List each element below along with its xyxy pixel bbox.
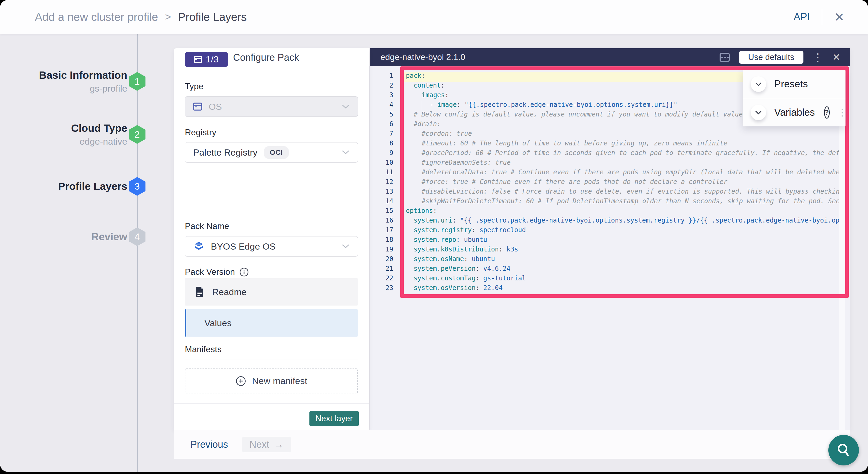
line-number: 10 xyxy=(370,159,393,168)
presets-expand-button[interactable] xyxy=(751,76,766,92)
breadcrumb-parent-link[interactable]: Add a new cluster profile xyxy=(35,11,158,24)
stepper-step-profile-layers[interactable]: Profile Layers3 xyxy=(0,172,161,201)
code-token: #drain: xyxy=(414,120,441,128)
line-number: 18 xyxy=(370,236,393,246)
step-title: Cloud Type xyxy=(71,123,127,134)
indent-space xyxy=(406,149,414,159)
info-icon[interactable] xyxy=(239,267,249,277)
step-title: Review xyxy=(91,231,127,242)
line-number: 7 xyxy=(370,130,393,139)
code-token: v4.6.24 xyxy=(483,265,510,272)
line-number: 2 xyxy=(370,82,393,91)
step-subtitle: gs-profile xyxy=(90,84,127,93)
close-icon[interactable]: ✕ xyxy=(834,11,844,23)
os-icon xyxy=(193,102,202,110)
pack-name-select[interactable]: BYOS Edge OS xyxy=(185,236,358,257)
api-link[interactable]: API xyxy=(794,11,810,23)
indent-guide xyxy=(414,101,422,110)
stepper-step-cloud-type[interactable]: Cloud Typeedge-native2 xyxy=(0,120,161,149)
values-tab[interactable]: Values xyxy=(185,309,358,337)
code-token: #timeout: 60 # The length of time to wai… xyxy=(422,139,727,147)
code-token: system.customTag xyxy=(414,275,475,282)
indent-space xyxy=(406,226,414,236)
split-view-icon[interactable] xyxy=(719,53,730,62)
code-token: #disableEviction: false # Force drain to… xyxy=(422,188,845,195)
manifests-divider xyxy=(185,359,358,359)
code-token: : xyxy=(472,226,479,234)
line-number: 9 xyxy=(370,149,393,159)
code-token: pack xyxy=(406,72,422,80)
editor-kebab-icon[interactable]: ⋮ xyxy=(812,52,823,63)
step-number: 2 xyxy=(134,129,140,140)
code-line: #cordon: true xyxy=(406,130,845,139)
code-token: #skipWaitForDeleteTimeout: 60 # If pod D… xyxy=(422,197,845,205)
code-line: #ignoreDaemonSets: true xyxy=(406,159,845,168)
step-hexagon: 2 xyxy=(129,125,146,144)
code-line: #disableEviction: false # Force drain to… xyxy=(406,188,845,197)
code-token: : xyxy=(456,236,464,244)
code-token: images xyxy=(422,91,445,99)
line-number-gutter: 1234567891011121314151617181920212223 xyxy=(370,72,393,294)
indent-space xyxy=(406,82,414,91)
indent-guide xyxy=(414,159,422,168)
variables-kebab-icon[interactable]: ⋮ xyxy=(838,108,847,117)
use-defaults-button[interactable]: Use defaults xyxy=(739,51,803,64)
step-labels: Review xyxy=(0,222,127,251)
code-token: : xyxy=(433,207,437,215)
code-token: system.osName xyxy=(414,255,464,263)
presets-label: Presets xyxy=(774,78,808,90)
indent-space xyxy=(406,217,414,226)
editor-close-icon[interactable]: ✕ xyxy=(832,52,840,63)
pack-name-value: BYOS Edge OS xyxy=(211,241,276,252)
top-bar: Add a new cluster profile > Profile Laye… xyxy=(0,0,868,34)
readme-tab[interactable]: Readme xyxy=(185,278,358,306)
indent-space xyxy=(406,110,414,120)
code-token: content xyxy=(414,82,441,89)
code-token: : xyxy=(475,275,483,282)
code-line: system.osVersion: 22.04 xyxy=(406,284,845,294)
indent-guide xyxy=(414,139,422,149)
wizard-footer: Previous Next → xyxy=(174,430,850,459)
editor-scrollbar[interactable] xyxy=(839,126,845,430)
code-line: #deleteLocalData: true # Continue even i… xyxy=(406,168,845,178)
registry-select[interactable]: Palette Registry OCI xyxy=(185,142,358,163)
values-label: Values xyxy=(205,318,231,328)
zoom-search-fab[interactable] xyxy=(828,435,859,466)
next-button[interactable]: Next → xyxy=(242,437,291,452)
line-number: 11 xyxy=(370,168,393,178)
registry-label: Registry xyxy=(185,127,216,137)
document-icon xyxy=(195,286,204,297)
top-bar-actions: API ✕ xyxy=(794,9,844,25)
stepper-step-review[interactable]: Review4 xyxy=(0,222,161,251)
indent-guide xyxy=(414,188,422,197)
indent-space xyxy=(406,139,414,149)
pack-window-icon xyxy=(194,56,202,63)
new-manifest-button[interactable]: New manifest xyxy=(185,369,358,393)
indent-guide xyxy=(414,130,422,139)
code-token: ubuntu xyxy=(472,255,495,263)
code-token: system.repo xyxy=(414,236,456,244)
code-line: system.uri: "{{ .spectro.pack.edge-nativ… xyxy=(406,217,845,226)
registry-oci-badge: OCI xyxy=(264,146,289,159)
editor-actions: Use defaults ⋮ ✕ xyxy=(719,51,841,64)
line-number: 20 xyxy=(370,255,393,265)
presets-row[interactable]: Presets xyxy=(743,70,845,98)
code-token: #cordon: true xyxy=(422,130,472,137)
variables-expand-button[interactable] xyxy=(751,105,766,120)
indent-space xyxy=(406,91,414,101)
next-layer-button[interactable]: Next layer xyxy=(309,411,359,426)
code-line: system.k8sDistribution: k3s xyxy=(406,246,845,255)
step-count-badge: 1/3 xyxy=(185,52,228,67)
indent-space xyxy=(406,255,414,265)
step-title: Profile Layers xyxy=(58,181,127,192)
chevron-down-icon xyxy=(342,244,350,249)
breadcrumb-separator-icon: > xyxy=(165,11,171,23)
code-line: #force: true # Continue even if there ar… xyxy=(406,178,845,188)
code-token: #gracePeriod: 60 # Period of time in sec… xyxy=(422,149,845,157)
pack-layers-icon xyxy=(193,241,205,252)
previous-button[interactable]: Previous xyxy=(189,439,229,450)
variables-help-icon[interactable]: ? xyxy=(824,106,830,119)
stepper-step-basic-information[interactable]: Basic Informationgs-profile1 xyxy=(0,67,161,96)
breadcrumb-current: Profile Layers xyxy=(178,11,247,24)
variables-row[interactable]: Variables ? ⋮ xyxy=(743,98,845,126)
